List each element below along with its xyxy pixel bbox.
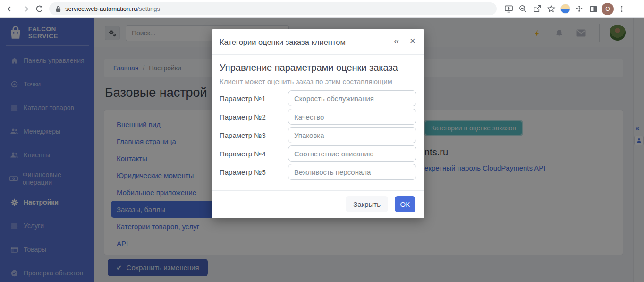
side-panel-icon — [589, 5, 598, 13]
param-5-input[interactable] — [288, 164, 416, 180]
extension-avatar-button[interactable] — [558, 2, 572, 16]
extensions-button[interactable] — [572, 2, 586, 16]
param-2-input[interactable] — [288, 109, 416, 125]
zoom-out-icon — [518, 4, 527, 13]
back-arrow-icon — [6, 4, 16, 14]
url-text: service.web-automation.ru/settings — [65, 5, 160, 12]
profile-avatar: O — [602, 3, 614, 15]
star-icon — [547, 4, 556, 13]
browser-chrome: service.web-automation.ru/settings O — [0, 0, 644, 18]
browser-forward-button[interactable] — [18, 2, 32, 16]
modal-close-icon[interactable]: × — [410, 35, 415, 46]
address-bar[interactable]: service.web-automation.ru/settings — [49, 2, 497, 15]
forward-arrow-icon — [20, 4, 30, 14]
order-rating-modal: Категории оценки заказа клиентом « × Упр… — [212, 29, 424, 218]
extension-avatar-icon — [560, 4, 570, 14]
browser-menu-button[interactable] — [615, 2, 629, 16]
reload-icon — [35, 4, 44, 13]
kebab-menu-icon — [618, 5, 626, 13]
param-3-label: Параметр №3 — [220, 131, 266, 139]
modal-collapse-icon[interactable]: « — [394, 35, 399, 46]
modal-title: Категории оценки заказа клиентом — [220, 38, 346, 47]
param-4-input[interactable] — [288, 145, 416, 162]
modal-header: Категории оценки заказа клиентом « × — [212, 29, 424, 55]
param-3-input[interactable] — [288, 127, 416, 143]
lock-icon — [56, 5, 61, 12]
modal-ok-button[interactable]: ОК — [395, 196, 415, 212]
param-1-input[interactable] — [288, 90, 416, 106]
modal-footer-divider — [212, 190, 424, 191]
param-1-label: Параметр №1 — [220, 94, 266, 103]
puzzle-icon — [575, 5, 584, 13]
modal-close-button[interactable]: Закрыть — [346, 196, 388, 212]
zoom-out-button[interactable] — [516, 2, 530, 16]
share-button[interactable] — [530, 2, 544, 16]
param-2-label: Параметр №2 — [220, 113, 266, 121]
param-5-label: Параметр №5 — [220, 168, 266, 176]
modal-section-subheading: Клиент может оценить заказ по этим соста… — [220, 77, 392, 85]
bookmark-button[interactable] — [544, 2, 558, 16]
modal-section-heading: Управление параметрами оценки заказа — [220, 62, 398, 73]
param-4-label: Параметр №4 — [220, 150, 266, 158]
send-to-device-button[interactable] — [501, 2, 516, 16]
browser-reload-button[interactable] — [32, 2, 46, 16]
browser-profile-button[interactable]: O — [601, 2, 615, 16]
send-to-device-icon — [504, 4, 513, 13]
browser-back-button[interactable] — [4, 2, 18, 16]
share-icon — [533, 4, 542, 13]
side-panel-button[interactable] — [586, 2, 601, 16]
